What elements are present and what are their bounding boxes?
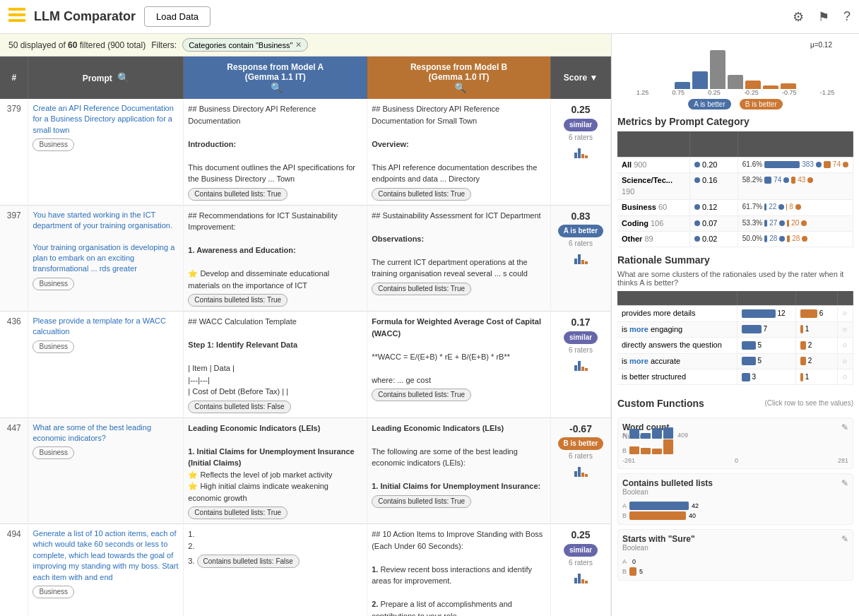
col-header-model-a: Response from Model A (Gemma 1.1 IT) 🔍 xyxy=(184,57,367,99)
edit-icon[interactable]: ✎ xyxy=(841,478,848,488)
prompt-search-icon[interactable]: 🔍 xyxy=(117,72,129,83)
b-better-bar: 2 xyxy=(795,338,838,353)
category-tag[interactable]: Business xyxy=(32,138,74,151)
rationale-section: Rationale Summary What are some clusters… xyxy=(617,254,853,385)
cluster-label: is more accurate xyxy=(617,353,737,369)
col-a-better: A better xyxy=(737,291,795,306)
metrics-win-rate: 58.2% 74 43 xyxy=(737,173,853,200)
legend-b: B is better xyxy=(740,99,783,109)
dist-bar xyxy=(745,81,761,89)
model-b-search-icon[interactable]: 🔍 xyxy=(454,82,466,93)
metrics-body: All 900 0.20 61.6% 383 74 Science/Tec...… xyxy=(617,158,853,247)
rationale-title: Rationale Summary xyxy=(617,254,853,266)
prompt-cell: What are some of the best leading econom… xyxy=(28,417,184,524)
a-better-bar: 7 xyxy=(737,321,795,337)
raters-text: 6 raters xyxy=(555,239,606,249)
table-row[interactable]: 379 Create an API Reference Documentatio… xyxy=(0,99,611,205)
svg-rect-1 xyxy=(8,13,25,16)
feature-a-chip: Contains bulleted lists: False xyxy=(188,401,290,413)
metrics-category: Science/Tec... 190 xyxy=(617,173,689,200)
b-better-bar: 6 xyxy=(795,306,838,321)
rationale-row[interactable]: is better structured 3 1 ○ xyxy=(617,369,853,384)
row-num: 494 xyxy=(0,524,28,617)
metrics-row[interactable]: Business 60 0.12 61.7% 22 8 xyxy=(617,200,853,215)
metrics-win-rate: 53.3% 27 20 xyxy=(737,215,853,231)
raters-text: 6 raters xyxy=(555,345,606,355)
circle-icon[interactable]: ○ xyxy=(842,340,847,349)
metrics-avg-score: 0.16 xyxy=(689,173,737,200)
table-row[interactable]: 436 Please provide a template for a WACC… xyxy=(0,312,611,418)
legend-a: A is better xyxy=(688,99,730,109)
metrics-row[interactable]: Coding 106 0.07 53.3% 27 20 xyxy=(617,215,853,231)
metrics-win-rate: 61.6% 383 74 xyxy=(737,158,853,173)
help-icon[interactable]: ? xyxy=(843,9,851,24)
response-b-cell: Formula for Weighted Average Cost of Cap… xyxy=(367,312,551,418)
table-row[interactable]: 447 What are some of the best leading ec… xyxy=(0,417,611,524)
fn-name: Contains bulleted lists xyxy=(622,478,713,488)
metrics-section: Metrics by Prompt Category Category (cnt… xyxy=(617,116,853,247)
a-better-bar: 3 xyxy=(737,369,795,384)
filter-bar: 50 displayed of 60 filtered (900 total) … xyxy=(0,34,611,57)
col-header-score: Score ▼ xyxy=(551,57,611,99)
metrics-row[interactable]: Science/Tec... 190 0.16 58.2% 74 43 xyxy=(617,173,853,200)
score-cell: 0.25 similar 6 raters xyxy=(551,99,611,205)
col-header-num: # xyxy=(0,57,28,99)
metrics-title: Metrics by Prompt Category xyxy=(617,116,853,127)
alert-icon[interactable]: ⚑ xyxy=(818,9,829,25)
custom-fn-hint: (Click row to see the values) xyxy=(764,399,853,407)
circle-icon[interactable]: ○ xyxy=(842,325,847,333)
raters-text: 6 raters xyxy=(555,558,606,568)
fn-type: Boolean xyxy=(622,488,713,496)
table-row[interactable]: 494 Generate a list of 10 action items, … xyxy=(0,524,611,617)
response-b-cell: ## Business Directory API Reference Docu… xyxy=(367,99,551,205)
custom-fn-item[interactable]: Starts with "Sure" Boolean ✎ A 0 B 5 xyxy=(617,529,853,581)
score-badge: similar xyxy=(564,544,598,557)
edit-icon[interactable]: ✎ xyxy=(841,534,848,544)
category-tag[interactable]: Business xyxy=(32,340,74,353)
response-b-cell: ## 10 Action Items to Improve Standing w… xyxy=(367,524,551,617)
model-a-search-icon[interactable]: 🔍 xyxy=(271,82,283,93)
rationale-body: provides more details 12 6 ○ is more eng… xyxy=(617,306,853,385)
circle-icon[interactable]: ○ xyxy=(842,309,847,317)
rationale-row[interactable]: is more engaging 7 1 ○ xyxy=(617,321,853,337)
circle-icon[interactable]: ○ xyxy=(842,357,847,365)
rationale-row[interactable]: provides more details 12 6 ○ xyxy=(617,306,853,321)
metrics-avg-score: 0.07 xyxy=(689,215,737,231)
svg-rect-2 xyxy=(8,19,25,22)
metrics-row[interactable]: Other 89 0.02 50.0% 28 28 xyxy=(617,231,853,247)
metrics-row[interactable]: All 900 0.20 61.6% 383 74 xyxy=(617,158,853,173)
dist-bar xyxy=(692,71,708,89)
rationale-description: What are some clusters of the rationales… xyxy=(617,270,853,287)
circle-icon[interactable]: ○ xyxy=(842,372,847,381)
b-better-bar: 1 xyxy=(795,321,838,337)
score-sort-icon[interactable]: ▼ xyxy=(589,73,598,83)
col-b-better: B better xyxy=(795,291,838,306)
rationale-table: Cluster Label A better B better provides… xyxy=(617,291,853,385)
settings-icon[interactable]: ⚙ xyxy=(793,9,804,25)
rationale-row[interactable]: is more accurate 5 2 ○ xyxy=(617,353,853,369)
feature-b-chip: Contains bulleted lists: True xyxy=(372,188,471,201)
right-panel: μ=0.12 1.250.750.25-0.25-0.75-1.25 A is … xyxy=(611,34,859,616)
score-distribution-chart: μ=0.12 1.250.750.25-0.25-0.75-1.25 A is … xyxy=(617,40,853,110)
prompt-cell: You have started working in the ICT depa… xyxy=(28,205,184,312)
category-tag[interactable]: Business xyxy=(32,586,74,598)
category-tag[interactable]: Business xyxy=(32,278,74,290)
custom-fn-item[interactable]: Contains bulleted lists Boolean ✎ A 42 B… xyxy=(617,473,853,525)
table-row[interactable]: 397 You have started working in the ICT … xyxy=(0,205,611,312)
b-better-bar: 1 xyxy=(795,369,838,384)
dist-bar xyxy=(675,82,690,89)
row-num: 447 xyxy=(0,417,28,524)
col-header-prompt: Prompt 🔍 xyxy=(28,57,184,99)
response-b-cell: Leading Economic Indicators (LEIs)The fo… xyxy=(367,417,551,524)
active-filter-chip[interactable]: Categories contain "Business" ✕ xyxy=(182,38,308,52)
custom-fn-item[interactable]: Word count Number ✎ A 409 B -2810281 xyxy=(617,417,853,469)
response-a-cell: ## Business Directory API Reference Docu… xyxy=(184,99,367,205)
col-win-rate: Win Rate xyxy=(737,131,853,158)
load-data-button[interactable]: Load Data xyxy=(144,6,211,27)
feature-b-chip: Contains bulleted lists: True xyxy=(372,495,471,508)
rationale-row[interactable]: directly answers the question 5 2 ○ xyxy=(617,338,853,353)
remove-filter-icon[interactable]: ✕ xyxy=(295,40,302,49)
cluster-label: is more engaging xyxy=(617,321,737,337)
category-tag[interactable]: Business xyxy=(32,446,74,459)
prompt-cell: Generate a list of 10 action items, each… xyxy=(28,524,184,617)
